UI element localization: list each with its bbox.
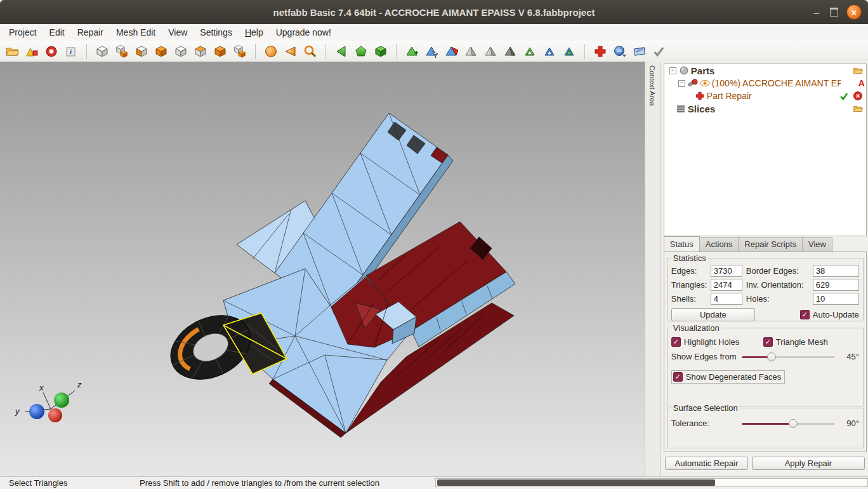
gray-pyramid-icon[interactable] <box>463 43 479 60</box>
menu-edit[interactable]: Edit <box>43 25 71 40</box>
zoom-icon[interactable] <box>302 43 319 60</box>
axis-x-sphere <box>48 408 62 422</box>
tree-row-part[interactable]: − (100%) ACCROCHE AIMANT EPAIS A <box>664 77 866 90</box>
menu-settings[interactable]: Settings <box>194 25 239 40</box>
half-orange-cube-icon[interactable] <box>133 43 150 60</box>
select-triangle-icon[interactable] <box>423 43 440 60</box>
tolerance-label: Tolerance: <box>671 419 737 428</box>
tab-repair-scripts[interactable]: Repair Scripts <box>738 237 803 251</box>
apply-check-icon[interactable] <box>651 43 667 60</box>
stacked-cubes-icon[interactable] <box>232 43 248 60</box>
border-edges-input[interactable] <box>813 265 859 277</box>
triangles-input[interactable] <box>711 279 742 291</box>
tree-row-part-repair[interactable]: Part Repair <box>664 90 866 102</box>
axis-y-sphere <box>29 404 44 419</box>
repair-cross-icon[interactable] <box>592 43 608 60</box>
close-button[interactable]: × <box>846 4 862 20</box>
slider-thumb[interactable] <box>789 419 798 428</box>
auto-update-label: Auto-Update <box>813 310 859 319</box>
horizontal-scrollbar[interactable] <box>435 478 868 487</box>
green-cube-icon[interactable] <box>372 43 389 60</box>
measure-sphere-icon[interactable] <box>612 43 628 60</box>
inv-orientation-input[interactable] <box>813 279 859 291</box>
slider-thumb[interactable] <box>767 352 776 361</box>
dark-pyramid-icon[interactable] <box>502 43 518 60</box>
toolbar-separator <box>86 44 87 59</box>
white-cube-icon[interactable] <box>94 43 110 60</box>
apply-repair-button[interactable]: Apply Repair <box>752 457 865 470</box>
cancel-icon[interactable] <box>853 91 863 101</box>
panel-tabs: Status Actions Repair Scripts View <box>664 238 832 251</box>
tab-view[interactable]: View <box>802 237 832 251</box>
apply-check-icon[interactable] <box>839 91 849 101</box>
open-project-icon[interactable] <box>4 43 20 60</box>
analyse-badge: A <box>858 78 865 88</box>
expander-icon[interactable]: − <box>678 80 685 87</box>
menu-mesh-edit[interactable]: Mesh Edit <box>110 25 162 40</box>
green-pentagon-icon[interactable] <box>353 43 369 60</box>
menu-repair[interactable]: Repair <box>71 25 110 40</box>
orange-sphere-icon[interactable] <box>263 43 279 60</box>
update-button[interactable]: Update <box>671 308 755 321</box>
scrollbar-thumb[interactable] <box>437 479 715 486</box>
menu-project[interactable]: Project <box>3 25 43 40</box>
repair-part-red-icon[interactable] <box>43 43 60 60</box>
menu-upgrade-now[interactable]: Upgrade now! <box>270 25 338 40</box>
edges-input[interactable] <box>711 265 742 277</box>
highlight-holes-label: Highlight Holes <box>684 337 739 347</box>
white-cube-icon-2[interactable] <box>173 43 189 60</box>
tree-slices-label: Slices <box>688 104 715 114</box>
visualization-legend: Visualization <box>671 323 721 333</box>
folder-icon[interactable] <box>853 104 863 114</box>
visibility-eye-icon[interactable] <box>700 78 710 88</box>
context-area-label: Context Area <box>648 65 656 106</box>
two-cubes-icon[interactable] <box>114 43 130 60</box>
green-triangle-icon[interactable] <box>522 43 538 60</box>
mesh-triangles-icon[interactable] <box>443 43 459 60</box>
status-tab-content: Statistics Edges: Border Edges: Triangle… <box>664 251 867 452</box>
tolerance-slider[interactable] <box>742 419 835 428</box>
holes-label: Holes: <box>746 294 809 304</box>
orange-cube-icon[interactable] <box>153 43 169 60</box>
orange-top-cube-icon[interactable] <box>192 43 209 60</box>
add-triangle-icon[interactable] <box>404 43 420 60</box>
tree-row-slices[interactable]: Slices <box>664 102 866 115</box>
automatic-repair-button[interactable]: Automatic Repair <box>665 457 748 470</box>
blue-triangle-icon[interactable] <box>541 43 558 60</box>
toolbar-separator <box>396 44 397 59</box>
toolbar-separator <box>326 44 326 59</box>
folder-icon[interactable] <box>853 65 863 76</box>
holes-input[interactable] <box>813 293 859 305</box>
show-degenerated-checkbox[interactable]: ✓ <box>673 372 683 382</box>
tab-actions[interactable]: Actions <box>699 237 739 251</box>
shells-label: Shells: <box>671 294 707 304</box>
triangle-mesh-checkbox[interactable]: ✓ <box>763 337 773 347</box>
blue-green-triangle-icon[interactable] <box>561 43 577 60</box>
toolbar-separator <box>255 44 256 59</box>
titlebar[interactable]: netfabb Basic 7.4 64bit - ACCROCHE AIMAN… <box>0 0 868 25</box>
highlight-holes-checkbox[interactable]: ✓ <box>671 337 681 347</box>
part-info-icon[interactable] <box>63 43 79 60</box>
tolerance-value: 90° <box>840 419 859 428</box>
tree-row-parts[interactable]: − Parts <box>664 64 866 77</box>
context-area-strip[interactable]: Context Area <box>645 62 661 477</box>
auto-update-checkbox[interactable]: ✓ <box>800 310 810 319</box>
maximize-button[interactable] <box>830 8 838 17</box>
export-part-icon[interactable] <box>23 43 40 60</box>
show-edges-slider[interactable] <box>742 352 835 361</box>
right-panel: − Parts − (100%) ACCROCHE AIMANT EPAIS A… <box>661 62 868 477</box>
viewport-3d[interactable]: x z y <box>0 62 645 477</box>
minimize-button[interactable]: – <box>812 7 822 18</box>
expander-icon[interactable]: − <box>669 67 676 74</box>
tree-part-label: (100%) ACCROCHE AIMANT EPAIS <box>712 78 841 88</box>
tab-status[interactable]: Status <box>664 236 700 251</box>
gray-pyramid-icon-2[interactable] <box>482 43 499 60</box>
shells-input[interactable] <box>711 293 742 305</box>
orange-cube-icon-2[interactable] <box>212 43 228 60</box>
surface-selection-legend: Surface Selection <box>671 403 740 413</box>
orange-cone-icon[interactable] <box>282 43 299 60</box>
menu-help[interactable]: Help <box>239 25 270 40</box>
menu-view[interactable]: View <box>162 25 194 40</box>
green-arrow-left-icon[interactable] <box>333 43 350 60</box>
ruler-icon[interactable] <box>631 43 648 60</box>
